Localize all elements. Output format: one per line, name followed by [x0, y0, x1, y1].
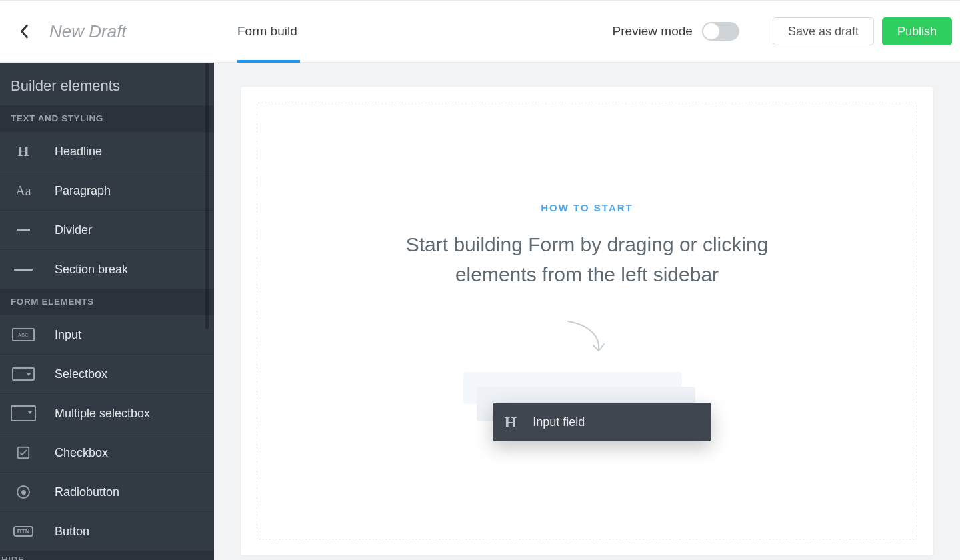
drag-preview-stack: H Input field [463, 372, 711, 439]
sidebar-item-label: Button [55, 525, 89, 539]
sidebar-item-button[interactable]: BTN Button [0, 511, 214, 551]
sidebar-item-label: Headline [55, 145, 102, 159]
sidebar-item-divider[interactable]: Divider [0, 210, 214, 249]
sidebar-item-section-break[interactable]: Section break [0, 249, 214, 289]
sidebar-item-label: Multiple selectbox [55, 407, 150, 421]
preview-mode-toggle[interactable] [702, 22, 739, 41]
sidebar-item-label: Checkbox [55, 446, 108, 460]
sidebar-group-form-elements: FORM ELEMENTS [0, 289, 214, 315]
sidebar-item-label: Section break [55, 263, 128, 277]
headline-icon: H [11, 143, 36, 160]
sidebar-item-radiobutton[interactable]: Radiobutton [0, 472, 214, 511]
tab-bar: Form build [237, 1, 297, 62]
form-dropzone[interactable]: HOW TO START Start building Form by drag… [257, 103, 917, 539]
topbar: New Draft Form build Preview mode Save a… [0, 0, 960, 63]
divider-icon [11, 229, 36, 231]
sidebar-item-selectbox[interactable]: Selectbox [0, 354, 214, 393]
topbar-actions: Preview mode Save as draft Publish [613, 17, 953, 45]
how-to-start-eyebrow: HOW TO START [541, 202, 633, 213]
main: Builder elements TEXT AND STYLING H Head… [0, 63, 960, 560]
checkbox-icon [11, 445, 36, 460]
sidebar-item-label: Radiobutton [55, 485, 119, 499]
publish-button[interactable]: Publish [882, 17, 952, 45]
paragraph-icon: Aa [11, 183, 36, 199]
preview-mode-label: Preview mode [613, 24, 693, 39]
canvas-area: HOW TO START Start building Form by drag… [214, 63, 960, 560]
sidebar-item-input[interactable]: ABC Input [0, 315, 214, 354]
drag-preview-card[interactable]: H Input field [493, 403, 711, 441]
sidebar-group-text-and-styling: TEXT AND STYLING [0, 105, 214, 131]
how-to-start-lead: Start building Form by draging or clicki… [374, 229, 801, 289]
sidebar-group-truncated: HIDE [0, 551, 214, 560]
sidebar-item-label: Divider [55, 223, 92, 237]
sidebar-item-headline[interactable]: H Headline [0, 131, 214, 171]
sidebar-item-label: Selectbox [55, 367, 107, 381]
input-icon: ABC [11, 328, 36, 341]
sidebar-title: Builder elements [0, 63, 214, 105]
sidebar-item-paragraph[interactable]: Aa Paragraph [0, 171, 214, 210]
page-title: New Draft [49, 21, 127, 42]
multiselect-icon [11, 405, 36, 421]
headline-icon: H [505, 413, 517, 431]
chevron-left-icon [19, 24, 29, 39]
select-icon [11, 367, 36, 381]
canvas-card: HOW TO START Start building Form by drag… [241, 87, 933, 555]
sidebar-item-checkbox[interactable]: Checkbox [0, 433, 214, 472]
button-icon: BTN [11, 526, 36, 537]
sidebar-item-label: Paragraph [55, 184, 111, 198]
save-draft-button[interactable]: Save as draft [773, 17, 874, 45]
sidebar: Builder elements TEXT AND STYLING H Head… [0, 63, 214, 560]
arrow-down-icon [564, 319, 611, 357]
sidebar-item-multiple-selectbox[interactable]: Multiple selectbox [0, 393, 214, 433]
radio-icon [11, 485, 36, 499]
sidebar-item-label: Input [55, 328, 81, 342]
back-button[interactable] [13, 21, 35, 42]
section-break-icon [11, 269, 36, 271]
tab-form-build[interactable]: Form build [237, 1, 297, 62]
drag-preview-label: Input field [533, 415, 585, 429]
